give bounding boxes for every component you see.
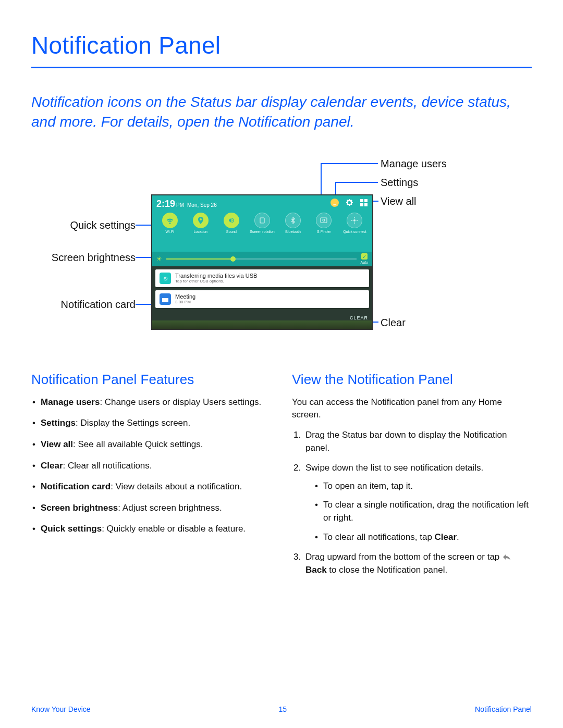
- brightness-icon: ☀: [156, 255, 162, 263]
- view-intro: You can access the Notification panel fr…: [292, 396, 532, 422]
- svg-point-9: [353, 219, 356, 221]
- settings-gear-icon[interactable]: [344, 198, 354, 208]
- callout-notification-card: Notification card: [61, 299, 136, 311]
- svg-point-8: [323, 219, 325, 221]
- brightness-row: ☀ ✓ Auto: [152, 252, 372, 266]
- svg-point-11: [357, 220, 358, 221]
- svg-point-13: [354, 223, 355, 224]
- callout-screen-brightness: Screen brightness: [52, 252, 136, 264]
- notification-card-meeting[interactable]: Meeting 3:00 PM: [155, 290, 369, 308]
- callout-quick-settings: Quick settings: [70, 219, 136, 231]
- svg-rect-3: [364, 199, 368, 202]
- callout-clear: Clear: [381, 317, 406, 329]
- step-3: Drag upward from the bottom of the scree…: [303, 551, 532, 576]
- status-time: 2:19: [156, 199, 175, 209]
- page-title: Notification Panel: [31, 31, 532, 59]
- diagram: Manage users Settings View all Clear Qui…: [31, 158, 532, 346]
- step-2: Swipe down the list to see notification …: [303, 462, 532, 544]
- svg-rect-7: [321, 218, 327, 223]
- svg-point-10: [351, 220, 352, 221]
- svg-rect-15: [162, 297, 168, 298]
- clear-button[interactable]: CLEAR: [350, 315, 368, 320]
- footer-page-number: 15: [279, 705, 287, 713]
- features-heading: Notification Panel Features: [31, 372, 271, 388]
- phone-mockup: 2:19 PM Mon, Sep 26 Wi-Fi: [151, 194, 373, 330]
- svg-rect-5: [364, 203, 368, 206]
- sub-clear-all: To clear all notifications, tap Clear.: [314, 531, 532, 544]
- svg-rect-4: [360, 203, 363, 206]
- svg-rect-6: [260, 218, 264, 223]
- view-steps: Drag the Status bar down to display the …: [292, 429, 532, 577]
- status-date: Mon, Sep 26: [187, 202, 217, 208]
- brightness-auto-toggle[interactable]: ✓ Auto: [361, 253, 368, 264]
- calendar-icon: [160, 293, 171, 305]
- qs-sfinder[interactable]: S Finder: [309, 213, 338, 234]
- notification-card-usb[interactable]: ⎋ Transferring media files via USB Tap f…: [155, 269, 369, 287]
- callout-manage-users: Manage users: [381, 158, 447, 170]
- sub-clear-single: To clear a single notification, drag the…: [314, 499, 532, 524]
- manage-users-icon[interactable]: [329, 198, 340, 208]
- qs-sound[interactable]: Sound: [217, 213, 246, 234]
- qs-wifi[interactable]: Wi-Fi: [155, 213, 185, 234]
- intro-text: Notification icons on the Status bar dis…: [31, 92, 532, 132]
- svg-point-1: [334, 200, 336, 203]
- callout-view-all: View all: [381, 195, 417, 207]
- qs-rotation[interactable]: Screen rotation: [248, 213, 277, 234]
- sub-open: To open an item, tap it.: [314, 480, 532, 493]
- status-ampm: PM: [176, 202, 184, 208]
- features-column: Notification Panel Features Manage users…: [31, 372, 271, 584]
- svg-rect-2: [360, 199, 363, 202]
- page-footer: Know Your Device 15 Notification Panel: [31, 705, 532, 713]
- qs-quickconnect[interactable]: Quick connect: [340, 213, 369, 234]
- view-column: View the Notification Panel You can acce…: [292, 372, 532, 584]
- features-list: Manage users: Change users or display Us…: [31, 396, 271, 536]
- view-all-grid-icon[interactable]: [359, 198, 369, 208]
- view-heading: View the Notification Panel: [292, 372, 532, 388]
- qs-bluetooth[interactable]: Bluetooth: [278, 213, 308, 234]
- quick-settings-row: Wi-Fi Location Sound Screen rotation Blu…: [152, 211, 372, 234]
- step-1: Drag the Status bar down to display the …: [303, 429, 532, 454]
- footer-right: Notification Panel: [475, 705, 532, 713]
- svg-point-12: [354, 217, 355, 218]
- title-rule: [31, 67, 532, 68]
- back-icon: [502, 552, 511, 559]
- callout-settings: Settings: [381, 177, 418, 189]
- footer-left: Know Your Device: [31, 705, 91, 713]
- brightness-slider[interactable]: [166, 258, 357, 260]
- qs-location[interactable]: Location: [186, 213, 215, 234]
- usb-icon: ⎋: [160, 273, 171, 284]
